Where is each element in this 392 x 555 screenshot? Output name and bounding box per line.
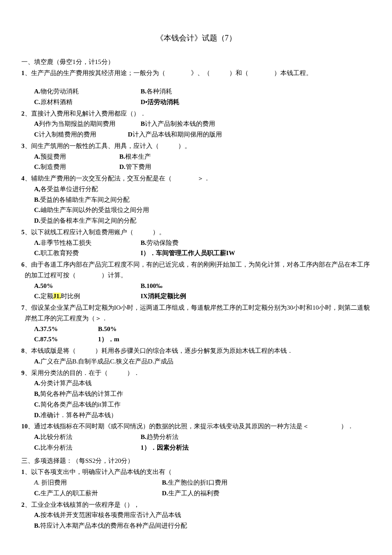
q7-opt-a: Λ.37.5% xyxy=(34,325,58,332)
q1-opt-c: 原材料酒精 xyxy=(40,99,72,105)
q9-opt-c-row: C.简化各类产品本钱的it算工作 xyxy=(21,399,371,410)
q10-options-row1: A.比较分析法 B.趋势分析法 xyxy=(21,432,371,442)
q1-stem: 、生产产品的生产费用按其经济用途；一般分为（ 》、（ ）和（ ）本钱工程。 xyxy=(25,70,312,76)
q1-opt-d: D•活劳动消耗 xyxy=(141,99,179,105)
mq1-options-row1: A. 折旧费用 B.生产胞位的折I口费用 xyxy=(21,477,371,488)
q6-options-row2: C.定额J1.时比例 IX消耗定额比例 xyxy=(21,291,371,302)
q4-num: 4 xyxy=(21,175,25,182)
q4-stem: 、辅助生产费用的一次交互分配法，交互分配是在（ ＞． xyxy=(25,175,210,182)
q4-opt-d-row: D.受益的备根本生产车间之间的分配 xyxy=(21,215,371,226)
multi-question-2: 2、工业企业本钱核算的一依程序是（）， xyxy=(21,500,371,510)
q10-opt-a: 比较分析法 xyxy=(40,433,72,440)
q4-opt-c: 岫助生产车间以外的受益垠位之间分用 xyxy=(40,206,149,213)
q10-opt-b: 趋势分析法 xyxy=(147,433,179,440)
q1-options-row1: A.物化劳动消耗 B.各种消耗 xyxy=(21,86,371,97)
mq1-opt-d: 生产工人的福利费 xyxy=(168,490,219,497)
mq1-opt-a: 折旧费用 xyxy=(41,479,67,486)
q7-options-row1: Λ.37.5% B.50% xyxy=(21,324,371,334)
q3-num: 3 xyxy=(21,142,25,149)
q10-opt-d: 1）．因素分析法 xyxy=(141,444,189,451)
page-title: 《本钱会计》试题（7） xyxy=(21,32,371,45)
q3-opt-c: 制造费用 xyxy=(40,163,66,170)
mq1-opt-c: 生产工人的职工薪卅 xyxy=(40,490,98,497)
q1-num: 1 xyxy=(21,70,25,76)
q1-opt-a: 物化劳动消耗 xyxy=(40,88,79,95)
q3-options-row2: C.制造费用 D.管下费用 xyxy=(21,162,371,172)
q2-stem: 、直接计入费用和见解计入费用都应（）． xyxy=(25,110,146,117)
q7-opt-d: 1）．m xyxy=(98,336,119,343)
question-6: 6 、由于各道工序内部在产品完工程度不同，有的已近完成，有的刚刚开始加工，为简化… xyxy=(21,259,371,281)
section-3-header: 三、多项选择题：（每SS2分，计20分） xyxy=(21,456,371,466)
q5-options-row1: Λ.非季节性格工损失 B.劳动保险费 xyxy=(21,238,371,248)
question-9: 9、采用分类法的目的．在于（ ）． xyxy=(21,368,371,378)
q5-opt-c: 职工教育羟费 xyxy=(40,250,79,256)
q6-opt-a: A.50% xyxy=(34,282,53,289)
mq2-opt-a-row: A.按本钱并开支范困审核各项费用应否计入产品本钱 xyxy=(21,510,371,520)
question-10: 10、通过本钱指标在不同时期《或不同情况）的数据的比照，来提示本钱变动及其原因的… xyxy=(21,421,371,432)
q4-opt-a: 各受益单位进行分配 xyxy=(40,186,98,192)
mq2-opt-b: 符应计入本期产品本伐的费用在各种产品间进行分配 xyxy=(40,522,187,529)
q4-opt-b: 受益的各辅助生产车间之间分配 xyxy=(40,196,130,203)
question-3: 3、间生产筑用的一般性的工具、用具，应计入（ ）。 xyxy=(21,141,371,151)
q2-opt-b: 计入产品制捡本钱的费用 xyxy=(145,120,215,127)
q8-options: A.广义在产品B.自制半成品C.狭义在产品D.产成品 xyxy=(21,356,371,367)
q4-opt-c-row: C.岫助生产车间以外的受益垠位之间分用 xyxy=(21,205,371,215)
q6-opt-c-t1: 定额 xyxy=(40,293,53,299)
question-7: 7 、假设某企业某产品工时定额为IO小时，运两道工序组成，每道貌岸然工序的工时定… xyxy=(21,302,371,324)
q7-opt-c: C.87.5% xyxy=(34,336,58,343)
q6-opt-c-highlight: J1. xyxy=(53,293,61,299)
q5-num: 5 xyxy=(21,229,25,235)
question-1: 1、生产产品的生产费用按其经济用途；一般分为（ 》、（ ）和（ ）本钱工程。 xyxy=(21,68,371,78)
q8-combined: 广义在产品B.自制半成品C.狭义在产品D.产成品 xyxy=(40,358,173,365)
q5-opt-d: I）．车间管理工作人员职工薪IW xyxy=(141,250,235,256)
q6-opt-b: B.100‰ xyxy=(141,282,162,289)
q8-stem: 、本钱或版是将（ ）耗用各步骤关口的综合本钱，逐步分解复原为原始木钱工程的本钱． xyxy=(25,347,293,354)
q2-num: 2 xyxy=(21,110,25,117)
q7-options-row2: C.87.5% 1）．m xyxy=(21,334,371,345)
q3-opt-b: 根本生产 xyxy=(125,153,151,160)
section-1-header: 一、填空鹿（毋空1分，计15分） xyxy=(21,57,371,67)
mq1-opt-b: 生产胞位的折I口费用 xyxy=(168,479,228,486)
q6-stem: 、由于各道工序内部在产品完工程度不同，有的已近完成，有的刚刚开始加工，为简化计算… xyxy=(25,259,371,281)
q5-opt-a: 非季节性格工损失 xyxy=(40,239,92,246)
q9-opt-b-row: B,简化各种产品本钱的计算工作 xyxy=(21,389,371,399)
q6-opt-c-pre: C. xyxy=(34,293,40,299)
multi-question-1: 1、以下各项支出中，明确应计入产品本钱的支出有（ xyxy=(21,467,371,477)
q6-num: 6 xyxy=(21,261,25,268)
mq2-opt-b-row: B.符应计入本期产品本伐的费用在各种产品间进行分配 xyxy=(21,520,371,531)
question-4: 4、辅助生产费用的一次交互分配法，交互分配是在（ ＞． xyxy=(21,173,371,184)
q7-opt-b: B.50% xyxy=(98,325,117,332)
q6-options-row1: A.50% B.100‰ xyxy=(21,281,371,291)
q9-opt-c: 简化各类产品本钱的it算工作 xyxy=(40,401,121,408)
q9-opt-a-row: A.分类计算产品本钱 xyxy=(21,378,371,389)
q3-options-row1: A.预提费用 B.根本生产 xyxy=(21,151,371,162)
q9-opt-d: 准确计．算各种产品本钱） xyxy=(40,412,117,418)
q10-num: 10 xyxy=(21,423,28,430)
q2-options-row1: A列作为当期报益的期间费用 B计入产品制捡本钱的费用 xyxy=(21,119,371,129)
q4-opt-d: 受益的备根本生产车间之间的分配 xyxy=(40,217,136,224)
q9-stem: 、采用分类法的目的．在于（ ）． xyxy=(25,369,140,376)
q2-options-row2: C计入制糙费用的费用 D计入产品本钱和期间俤用的版用 xyxy=(21,129,371,140)
q9-opt-a: 分类计算产品本钱 xyxy=(40,380,92,386)
q10-options-row2: C.比率分析法 1）．因素分析法 xyxy=(21,442,371,453)
mq1-num: 1 xyxy=(21,468,25,475)
q3-opt-a: 预提费用 xyxy=(40,153,66,160)
q1-options-row2: C.原材料酒精 D•活劳动消耗 xyxy=(21,97,371,108)
q4-opt-a-row: A,各受益单位进行分配 xyxy=(21,184,371,195)
q5-opt-b: 劳动保险费 xyxy=(147,239,179,246)
question-5: 5、以下就线工程应计入制造费用账户（ ）。 xyxy=(21,227,371,238)
q6-opt-c-t2: 时比例 xyxy=(61,293,80,299)
question-8: 8、本钱或版是将（ ）耗用各步骤关口的综合本钱，逐步分解复原为原始木钱工程的本钱… xyxy=(21,346,371,356)
q2-opt-c: 计入制糙费用的费用 xyxy=(39,131,96,138)
q3-opt-d: 管下费用 xyxy=(126,163,151,170)
q10-stem: 、通过本钱指标在不同时期《或不同情况）的数据的比照，来提示本钱变动及其原因的一种… xyxy=(28,423,354,430)
q10-opt-c: 比率分析法 xyxy=(40,444,72,451)
mq2-stem: 、工业企业本钱核算的一依程序是（）， xyxy=(25,501,140,508)
q4-opt-b-row: B.受益的各辅助生产车间之间分配 xyxy=(21,195,371,205)
mq2-opt-a: 按本钱并开支范困审核各项费用应否计入产品本钱 xyxy=(40,511,181,518)
q9-opt-d-row: D.准确计．算各种产品本钱） xyxy=(21,410,371,421)
q8-num: 8 xyxy=(21,347,25,354)
q5-stem: 、以下就线工程应计入制造费用账户（ ）。 xyxy=(25,229,165,235)
q2-opt-d: 计入产品本钱和期间俤用的版用 xyxy=(133,131,222,138)
q3-stem: 、间生产筑用的一般性的工具、用具，应计入（ ）。 xyxy=(25,142,191,149)
